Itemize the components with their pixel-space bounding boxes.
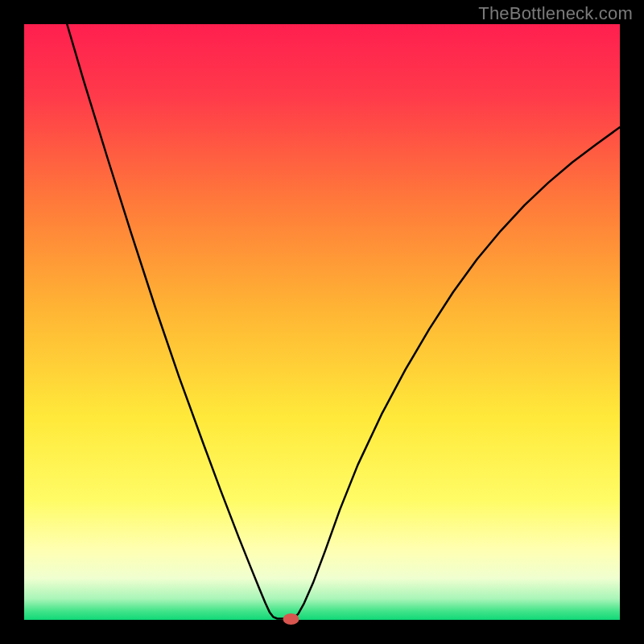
marker-optimal-point — [283, 613, 299, 625]
bottleneck-chart — [0, 0, 644, 644]
chart-frame: TheBottleneck.com — [0, 0, 644, 644]
plot-background — [24, 24, 620, 620]
